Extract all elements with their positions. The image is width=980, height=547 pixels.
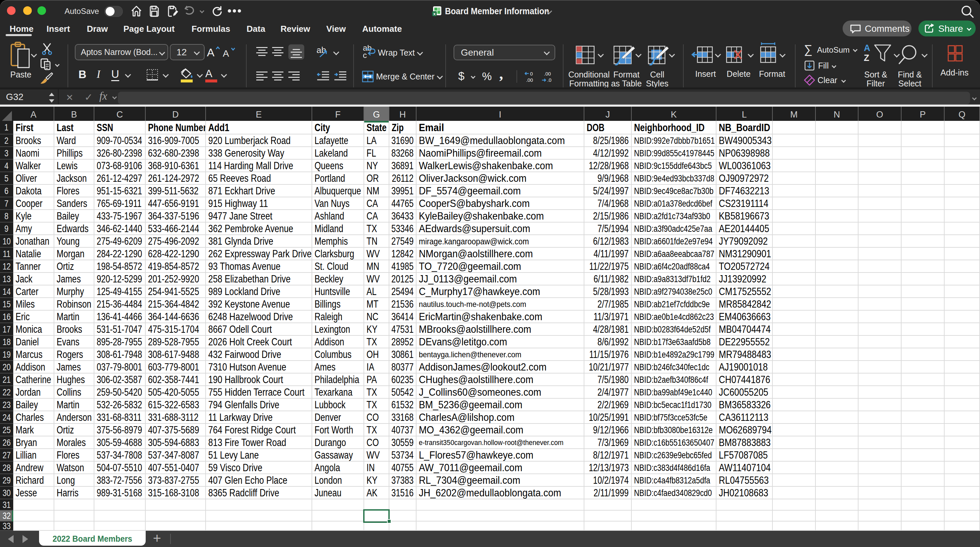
svg-text:.00: .00 bbox=[544, 71, 551, 76]
svg-text:.0: .0 bbox=[547, 77, 552, 83]
svg-text:.00: .00 bbox=[526, 77, 533, 83]
svg-text:0: 0 bbox=[530, 71, 533, 76]
svg-text:x: x bbox=[433, 11, 436, 16]
